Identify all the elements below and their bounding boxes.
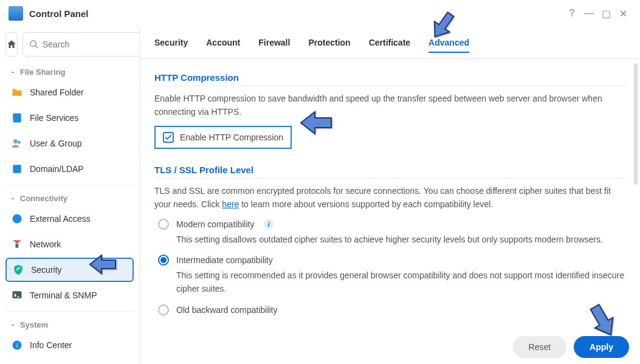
svg-point-0 [30,41,36,46]
search-icon [29,39,39,49]
sidebar-item-label: External Access [30,214,91,224]
titlebar: Control Panel ? — ▢ ✕ [0,0,640,27]
home-icon [6,39,17,50]
tab-bar: Security Account Firewall Protection Cer… [140,27,640,59]
radio-label: Old backward compatibility [176,305,278,315]
radio-old-compatibility[interactable]: Old backward compatibility [158,304,625,315]
search-field[interactable] [22,32,140,57]
folder-icon [10,86,24,99]
sidebar-item-info-center[interactable]: i Info Center [5,333,134,357]
checkbox-icon [163,132,174,143]
tls-learn-more-link[interactable]: here [222,199,239,209]
sidebar-item-network[interactable]: Network [5,232,134,256]
checkbox-label: Enable HTTP Compression [180,132,283,142]
scrollbar[interactable] [634,63,638,185]
svg-rect-7 [16,244,19,248]
svg-line-1 [35,46,38,48]
tab-certificate[interactable]: Certificate [369,38,410,52]
radio-icon [158,304,169,315]
group-label: File Sharing [20,67,65,77]
enable-http-compression-checkbox[interactable]: Enable HTTP Compression [154,126,292,149]
sidebar-item-external-access[interactable]: External Access [5,207,134,231]
tab-firewall[interactable]: Firewall [258,38,290,52]
radio-label: Intermediate compatibility [176,255,273,265]
svg-point-3 [13,139,18,143]
globe-icon [10,212,24,225]
section-tls-desc: TLS and SSL are common encrypted protoco… [154,185,625,211]
radio-icon [158,219,169,230]
group-label: System [20,320,48,329]
radio-modern-compatibility[interactable]: Modern compatibility i [158,219,625,230]
tab-security[interactable]: Security [154,38,188,52]
svg-text:i: i [16,342,18,349]
svg-rect-2 [13,114,21,123]
group-connectivity[interactable]: Connectivity [5,189,134,207]
chevron-up-icon [9,195,16,202]
footer: Reset Apply [513,336,629,358]
sidebar-item-domain-ldap[interactable]: Domain/LDAP [5,157,134,181]
search-input[interactable] [43,39,140,49]
user-group-icon [10,137,24,150]
sidebar-item-label: File Services [30,113,78,123]
svg-rect-5 [13,165,21,173]
group-system[interactable]: System [5,315,134,333]
chevron-up-icon [9,321,16,329]
close-button[interactable]: ✕ [614,5,631,22]
tab-protection[interactable]: Protection [308,38,350,52]
domain-icon [10,162,24,176]
home-button[interactable] [5,32,18,57]
content: Security Account Firewall Protection Cer… [140,27,640,364]
minimize-button[interactable]: — [580,5,597,22]
section-http-compression-desc: Enable HTTP compression to save bandwidt… [154,92,625,118]
sidebar-item-label: Domain/LDAP [30,164,84,174]
tab-advanced[interactable]: Advanced [428,38,469,52]
chevron-up-icon [9,69,16,76]
reset-button[interactable]: Reset [513,336,567,358]
radio-icon [158,255,169,266]
sidebar-item-file-services[interactable]: File Services [5,106,134,130]
sidebar-item-label: Network [30,239,61,249]
section-tls-title: TLS / SSL Profile Level [154,160,625,179]
sidebar-item-shared-folder[interactable]: Shared Folder [5,80,134,105]
app-icon [9,6,23,21]
sidebar-item-user-group[interactable]: User & Group [5,131,134,156]
shield-icon [12,263,25,276]
svg-point-6 [13,215,22,224]
group-file-sharing[interactable]: File Sharing [5,63,134,80]
section-http-compression-title: HTTP Compression [154,67,625,86]
sidebar-item-terminal-snmp[interactable]: Terminal & SNMP [5,283,134,307]
group-label: Connectivity [20,194,67,203]
apply-button[interactable]: Apply [574,336,629,358]
panel-advanced: HTTP Compression Enable HTTP compression… [140,59,640,364]
sidebar-item-label: Terminal & SNMP [30,290,97,300]
sidebar-item-label: Security [31,265,62,275]
sidebar: File Sharing Shared Folder File Services… [0,27,140,364]
sidebar-item-label: Info Center [30,340,72,350]
radio-intermediate-desc: This setting is recommended as it provid… [176,269,625,295]
sidebar-item-security[interactable]: Security [5,258,134,282]
info-icon[interactable]: i [264,219,274,229]
info-icon: i [10,338,24,352]
sidebar-item-label: User & Group [30,139,82,148]
svg-point-4 [18,141,21,144]
radio-label: Modern compatibility [176,219,254,229]
terminal-icon [10,289,24,302]
sidebar-item-label: Shared Folder [30,88,84,97]
help-button[interactable]: ? [563,5,580,22]
radio-intermediate-compatibility[interactable]: Intermediate compatibility [158,255,625,266]
network-icon [10,238,24,251]
radio-modern-desc: This setting disallows outdated cipher s… [176,233,625,247]
svg-rect-8 [13,291,22,298]
maximize-button[interactable]: ▢ [597,5,614,22]
tab-account[interactable]: Account [206,38,240,52]
file-service-icon [10,111,24,125]
app-title: Control Panel [29,9,89,19]
